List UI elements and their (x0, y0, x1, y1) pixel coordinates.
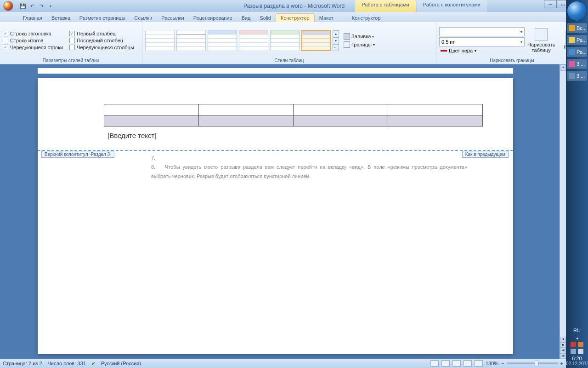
line-style-combo[interactable]: ▾ (439, 27, 525, 36)
view-outline-icon[interactable] (464, 360, 472, 367)
vertical-scrollbar[interactable]: ▴ ▾ ● ≪ ≫ (560, 64, 566, 359)
zoom-in-icon[interactable]: + (560, 361, 563, 366)
office-orb-icon (3, 1, 13, 11)
qat-dropdown-icon[interactable]: ▾ (47, 2, 54, 10)
view-fullscreen-icon[interactable] (441, 360, 450, 367)
table-styles-gallery[interactable]: ▴ ▾ ⋯ (145, 30, 339, 51)
view-draft-icon[interactable] (475, 360, 483, 367)
line-weight-combo[interactable]: 0,5 пт▾ (439, 37, 525, 46)
start-button[interactable] (567, 1, 587, 21)
header-placeholder-text[interactable]: [Введите текст] (107, 132, 157, 139)
tray-icon-2[interactable] (578, 342, 583, 347)
clock-date[interactable]: 02.12.2013 (566, 361, 588, 366)
status-language[interactable]: Русский (Россия) (101, 361, 141, 366)
browse-object-icon[interactable]: ● (560, 342, 566, 348)
table-style-5[interactable] (270, 30, 300, 51)
pen-color-icon (441, 50, 447, 52)
scroll-track[interactable] (560, 71, 566, 336)
scroll-up-icon[interactable]: ▴ (560, 64, 566, 71)
tab-references[interactable]: Ссылки (130, 14, 157, 22)
table-style-2[interactable] (176, 30, 206, 51)
tab-page-layout[interactable]: Разметка страницы (75, 14, 130, 22)
taskbar-item-3[interactable]: Ра... (567, 47, 587, 57)
prev-page-icon[interactable]: ≪ (560, 348, 566, 353)
tray-expand-icon[interactable]: ◂ (566, 336, 588, 340)
table-style-3[interactable] (208, 30, 237, 51)
check-total-row[interactable]: Строка итогов (3, 38, 63, 43)
spellcheck-icon[interactable]: ✔ (91, 361, 96, 367)
tab-mailings[interactable]: Рассылки (157, 14, 188, 22)
quick-access-toolbar: 💾 ↶ ↷ ▾ (17, 2, 57, 10)
draw-table-button[interactable]: Нарисовать таблицу (527, 28, 555, 53)
tab-review[interactable]: Рецензирование (189, 14, 237, 22)
check-last-column[interactable]: Последний столбец (69, 38, 134, 43)
check-banded-columns[interactable]: Чередующиеся столбцы (69, 45, 134, 50)
tray-icon-1[interactable] (571, 342, 576, 347)
taskbar-item-5[interactable]: 3 ... (567, 71, 587, 81)
redo-icon[interactable]: ↷ (38, 2, 45, 10)
zoom-thumb[interactable] (535, 361, 538, 366)
group-label-styles: Стили таблиц (145, 58, 433, 63)
view-print-layout-icon[interactable] (430, 360, 439, 367)
undo-icon[interactable]: ↶ (28, 2, 36, 10)
taskbar-label: Ра... (577, 49, 587, 55)
tab-view[interactable]: Вид (237, 14, 255, 22)
tab-home[interactable]: Главная (18, 14, 47, 22)
paint-bucket-icon (344, 33, 350, 40)
prev-page-strip (38, 68, 513, 74)
taskbar-label: Вс... (577, 25, 587, 31)
status-page[interactable]: Страница: 2 из 2 (3, 361, 42, 366)
gallery-down-icon[interactable]: ▾ (333, 37, 339, 44)
scroll-down-icon[interactable]: ▾ (560, 337, 566, 342)
tab-table-layout[interactable]: Макет (315, 14, 338, 22)
check-header-row[interactable]: Строка заголовка (3, 31, 63, 36)
document-area[interactable]: [Введите текст] Верхний колонтитул -Разд… (0, 64, 560, 359)
tab-insert[interactable]: Вставка (47, 14, 75, 22)
view-web-icon[interactable] (452, 360, 461, 367)
ribbon: Строка заголовка Строка итогов Чередующи… (0, 22, 588, 64)
group-label-tableopts: Параметры стилей таблиц (3, 58, 139, 63)
volume-icon[interactable] (578, 349, 583, 354)
check-banded-rows-label: Чередующиеся строки (10, 45, 63, 50)
group-table-styles: ▴ ▾ ⋯ Заливка ▾ Границы ▾ Стили таблиц (142, 22, 436, 64)
taskbar-item-4[interactable]: 3 ... (567, 59, 587, 69)
title-bar: 💾 ↶ ↷ ▾ Разрыв раздела в word - Microsof… (0, 0, 588, 12)
header-section-tag[interactable]: Верхний колонтитул -Раздел 3- (41, 151, 114, 158)
zoom-level[interactable]: 130% (486, 361, 498, 366)
table-style-1[interactable] (145, 30, 175, 51)
document-table[interactable] (104, 104, 483, 126)
list-number-7: 7. (151, 154, 165, 163)
context-tab-tables: Работа с таблицами (355, 0, 415, 12)
save-icon[interactable]: 💾 (19, 2, 27, 10)
ribbon-tabs: Главная Вставка Разметка страницы Ссылки… (0, 12, 588, 22)
table-style-4[interactable] (239, 30, 268, 51)
check-first-column[interactable]: Первый столбец (69, 31, 134, 36)
pen-color-button[interactable]: Цвет пера ▾ (439, 47, 525, 54)
check-total-row-label: Строка итогов (10, 38, 43, 43)
page[interactable]: [Введите текст] Верхний колонтитул -Разд… (38, 78, 513, 354)
status-word-count[interactable]: Число слов: 331 (48, 361, 86, 366)
office-button[interactable] (0, 0, 17, 12)
gallery-more-icon[interactable]: ⋯ (333, 44, 339, 51)
taskbar-item-2[interactable]: Ра... (567, 35, 587, 45)
shading-button[interactable]: Заливка ▾ (342, 33, 377, 40)
minimize-button[interactable]: ─ (544, 0, 557, 8)
gallery-up-icon[interactable]: ▴ (333, 30, 339, 37)
taskbar-item-1[interactable]: Вс... (567, 23, 587, 33)
zoom-out-icon[interactable]: − (501, 361, 504, 366)
check-banded-rows[interactable]: Чередующиеся строки (3, 45, 63, 50)
language-indicator[interactable]: RU (566, 328, 588, 333)
next-page-icon[interactable]: ≫ (560, 353, 566, 359)
same-as-previous-tag[interactable]: Как в предыдущем (462, 151, 509, 158)
clock-time[interactable]: 6:20 (566, 356, 588, 361)
taskbar-label: 3 ... (577, 73, 585, 79)
network-icon[interactable] (571, 349, 576, 354)
tab-header-design[interactable]: Конструктор (347, 14, 385, 22)
tab-solid[interactable]: Solid (255, 14, 276, 22)
app-icon (569, 25, 575, 31)
table-style-6-selected[interactable] (301, 30, 331, 51)
tab-table-design[interactable]: Конструктор (276, 13, 315, 22)
borders-button[interactable]: Границы ▾ (342, 41, 377, 48)
zoom-slider[interactable] (507, 362, 558, 364)
group-label-draw: Нарисовать границы (439, 58, 585, 63)
